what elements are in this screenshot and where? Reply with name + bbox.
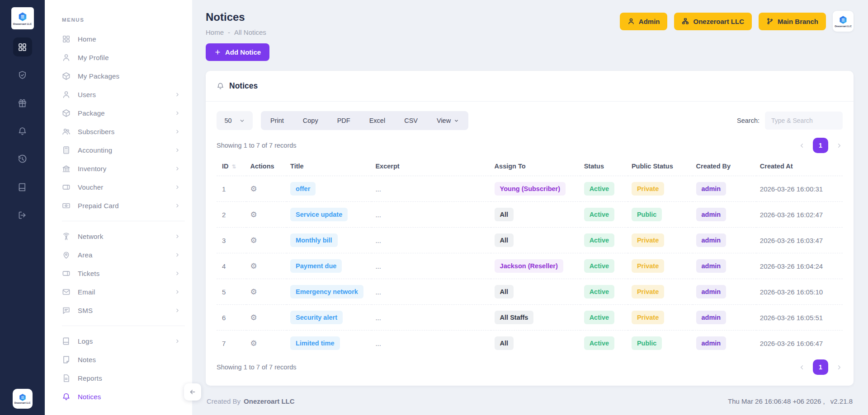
- sidebar-item-label: Reports: [78, 374, 102, 382]
- notice-title-badge[interactable]: Security alert: [290, 311, 343, 324]
- row-excerpt: ...: [372, 202, 491, 228]
- sidebar-item-notices[interactable]: Notices: [45, 387, 192, 406]
- sidebar-item-label: Subscribers: [78, 128, 114, 135]
- chevron-right-icon: [175, 233, 180, 239]
- excel-export-button[interactable]: Excel: [360, 111, 395, 130]
- sidebar-item-home[interactable]: Home: [45, 30, 192, 48]
- sidebar-item-accounting[interactable]: Accounting: [45, 141, 192, 159]
- actions-gear-button[interactable]: ⚙: [250, 211, 257, 219]
- card-body: 50 PrintCopyPDFExcelCSV View Search:: [206, 102, 854, 386]
- col-id[interactable]: ID⇅: [217, 156, 246, 176]
- branch-icon: [766, 18, 774, 25]
- pagination-prev-icon[interactable]: [798, 364, 805, 371]
- sidebar-item-inventory[interactable]: Inventory: [45, 159, 192, 178]
- row-public-status: Public: [628, 202, 693, 228]
- sidebar-collapse-button[interactable]: [184, 383, 201, 401]
- rail-item-bell[interactable]: [13, 121, 32, 140]
- pagination-page-button[interactable]: 1: [813, 138, 828, 153]
- actions-gear-button[interactable]: ⚙: [250, 185, 257, 193]
- notice-title-badge[interactable]: Service update: [290, 208, 348, 221]
- sidebar-item-subscribers[interactable]: Subscribers: [45, 122, 192, 141]
- row-id: 6: [217, 305, 246, 331]
- sidebar-divider: [62, 221, 185, 221]
- sidebar-item-tickets[interactable]: Tickets: [45, 264, 192, 283]
- main-branch-button[interactable]: Main Branch: [759, 13, 826, 30]
- admin-button[interactable]: Admin: [620, 13, 668, 30]
- notice-title-badge[interactable]: offer: [290, 182, 316, 196]
- page-header: Notices Home - All Notices AdminOnezeroa…: [206, 11, 854, 36]
- status-badge: Active: [584, 311, 615, 324]
- sort-icon: ⇅: [232, 163, 236, 170]
- col-public-status: Public Status: [628, 156, 693, 176]
- sidebar-item-my-packages[interactable]: My Packages: [45, 67, 192, 85]
- sidebar-item-prepaid-card[interactable]: Prepaid Card: [45, 196, 192, 215]
- page-size-select[interactable]: 50: [217, 111, 253, 130]
- brand-logo-small[interactable]: Onezeroart LLC: [13, 389, 33, 409]
- csv-export-button[interactable]: CSV: [395, 111, 427, 130]
- sidebar-item-label: My Packages: [78, 72, 119, 80]
- sidebar-item-label: Notes: [78, 356, 96, 364]
- sidebar-item-email[interactable]: Email: [45, 283, 192, 301]
- row-actions: ⚙: [246, 228, 287, 253]
- card-header: Notices: [206, 71, 854, 102]
- notice-title-badge[interactable]: Payment due: [290, 259, 342, 273]
- chevron-right-icon: [175, 308, 180, 313]
- table-row: 4⚙Payment due...Jackson (Reseller)Active…: [217, 253, 843, 279]
- rail-item-history[interactable]: [13, 149, 32, 168]
- sidebar-item-logs[interactable]: Logs: [45, 332, 192, 350]
- sidebar-item-label: SMS: [78, 307, 93, 314]
- notice-title-badge[interactable]: Emergency network: [290, 285, 363, 298]
- sidebar-item-voucher[interactable]: Voucher: [45, 178, 192, 196]
- sidebar-item-package[interactable]: Package: [45, 104, 192, 122]
- notice-title-badge[interactable]: Monthly bill: [290, 233, 338, 247]
- pdf-export-button[interactable]: PDF: [328, 111, 360, 130]
- search-input[interactable]: [765, 112, 843, 130]
- sidebar-item-my-profile[interactable]: My Profile: [45, 48, 192, 67]
- col-created-by: Created By: [693, 156, 756, 176]
- brand-logo[interactable]: Onezeroart LLC: [11, 7, 34, 29]
- row-created-at: 2026-03-26 16:06:47: [756, 331, 843, 356]
- pagination-next-icon[interactable]: [836, 142, 843, 149]
- user-icon: [62, 90, 71, 99]
- row-title: Limited time: [287, 331, 372, 356]
- header-brand-logo[interactable]: Onezeroart LLC: [833, 11, 854, 32]
- chevron-right-icon: [175, 289, 180, 295]
- status-badge: Active: [584, 233, 615, 247]
- actions-gear-button[interactable]: ⚙: [250, 288, 257, 296]
- notice-title-badge[interactable]: Limited time: [290, 336, 340, 350]
- sidebar-item-sms[interactable]: SMS: [45, 301, 192, 320]
- row-title: Service update: [287, 202, 372, 228]
- pagination-prev-icon[interactable]: [798, 142, 805, 149]
- assign-to-badge: All: [495, 233, 514, 247]
- row-created-by: admin: [693, 176, 756, 202]
- sidebar-item-users[interactable]: Users: [45, 85, 192, 104]
- rail-item-book[interactable]: [13, 177, 32, 196]
- sidebar-item-network[interactable]: Network: [45, 227, 192, 246]
- actions-gear-button[interactable]: ⚙: [250, 262, 257, 270]
- rail-item-gift[interactable]: [13, 93, 32, 112]
- print-export-button[interactable]: Print: [261, 111, 293, 130]
- actions-gear-button[interactable]: ⚙: [250, 340, 257, 347]
- onezeroart-llc-button[interactable]: Onezeroart LLC: [674, 13, 752, 30]
- breadcrumb-home[interactable]: Home: [206, 28, 224, 36]
- rail-item-logout[interactable]: [13, 205, 32, 224]
- view-dropdown-button[interactable]: View: [427, 111, 468, 130]
- chevron-right-icon: [175, 147, 180, 153]
- pagination-next-icon[interactable]: [836, 364, 843, 371]
- assign-to-badge: All: [495, 208, 514, 221]
- logout-icon: [18, 210, 27, 220]
- rail-item-shield[interactable]: [13, 65, 32, 84]
- sidebar-item-area[interactable]: Area: [45, 246, 192, 264]
- chevron-right-icon: [175, 203, 180, 209]
- add-notice-button[interactable]: Add Notice: [206, 43, 269, 61]
- sidebar-item-reports[interactable]: Reports: [45, 369, 192, 387]
- caret-down-icon: [454, 118, 459, 123]
- rail-item-grid[interactable]: [13, 37, 32, 56]
- actions-gear-button[interactable]: ⚙: [250, 314, 257, 322]
- actions-gear-button[interactable]: ⚙: [250, 237, 257, 244]
- public-status-badge: Private: [632, 233, 664, 247]
- sidebar-item-notes[interactable]: Notes: [45, 350, 192, 369]
- copy-export-button[interactable]: Copy: [293, 111, 328, 130]
- shield-icon: [18, 70, 27, 80]
- pagination-page-button[interactable]: 1: [813, 359, 828, 375]
